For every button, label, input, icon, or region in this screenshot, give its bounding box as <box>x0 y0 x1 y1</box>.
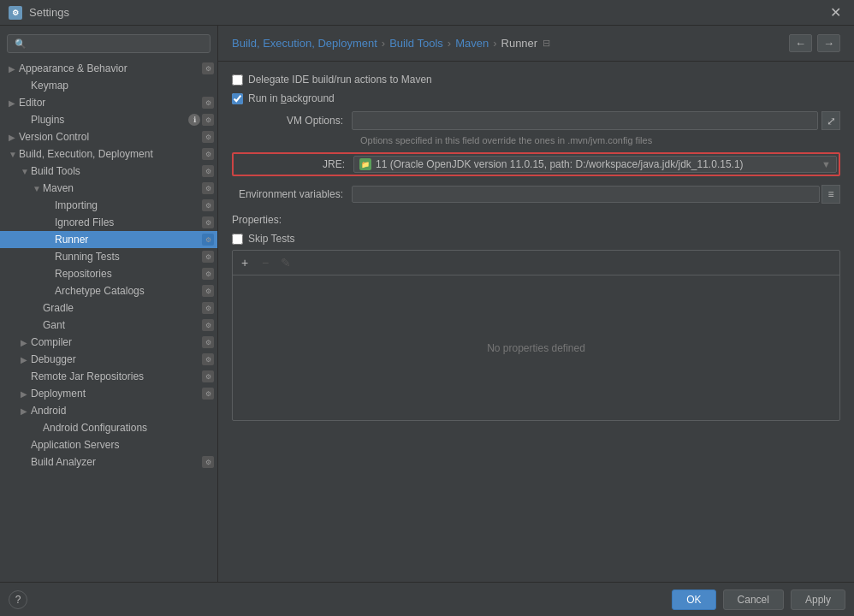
edit-property-button[interactable]: ✎ <box>277 254 294 271</box>
sidebar-label-importing: Importing <box>55 199 98 211</box>
app-icon: ⚙ <box>9 6 22 20</box>
properties-empty-label: No properties defined <box>233 275 839 420</box>
settings-icon-gradle: ⚙ <box>202 302 214 314</box>
env-edit-button[interactable]: ≡ <box>821 185 840 204</box>
sidebar-label-compiler: Compiler <box>31 336 72 348</box>
sidebar-item-repositories[interactable]: Repositories ⚙ <box>0 265 217 282</box>
background-label[interactable]: Run in background <box>248 92 335 104</box>
sidebar-label-app-servers: Application Servers <box>31 439 119 451</box>
sidebar-label-deployment: Deployment <box>31 388 86 400</box>
delegate-label[interactable]: Delegate IDE build/run actions to Maven <box>248 74 432 86</box>
env-label: Environment variables: <box>232 188 352 200</box>
delegate-checkbox[interactable] <box>232 74 243 86</box>
help-button[interactable]: ? <box>9 590 27 609</box>
vm-hint: Options specified in this field override… <box>360 135 840 145</box>
breadcrumb-part-3: Maven <box>455 37 489 50</box>
sidebar-item-build-tools[interactable]: ▼ Build Tools ⚙ <box>0 163 217 180</box>
vm-options-expand-button[interactable]: ⤢ <box>821 111 840 130</box>
remove-property-button[interactable]: − <box>257 254 274 271</box>
sidebar-item-android-configs[interactable]: Android Configurations <box>0 419 217 436</box>
sidebar-item-gant[interactable]: Gant ⚙ <box>0 317 217 334</box>
settings-content: Delegate IDE build/run actions to Maven … <box>218 62 854 582</box>
sidebar-label-appearance: Appearance & Behavior <box>19 62 128 74</box>
jre-folder-icon: 📁 <box>359 158 371 170</box>
cancel-button[interactable]: Cancel <box>723 589 784 610</box>
sidebar-item-maven[interactable]: ▼ Maven ⚙ <box>0 180 217 197</box>
sidebar-label-ignored-files: Ignored Files <box>55 216 114 228</box>
sidebar-label-debugger: Debugger <box>31 353 76 365</box>
sidebar-item-build-execution[interactable]: ▼ Build, Execution, Deployment ⚙ <box>0 145 217 163</box>
sidebar-item-runner[interactable]: Runner ⚙ <box>0 231 217 248</box>
sidebar-label-build-analyzer: Build Analyzer <box>31 456 96 468</box>
sidebar-item-version-control[interactable]: ▶ Version Control ⚙ <box>0 128 217 145</box>
sidebar-item-keymap[interactable]: Keymap <box>0 77 217 94</box>
settings-icon-compiler: ⚙ <box>202 336 214 348</box>
sidebar-item-appearance[interactable]: ▶ Appearance & Behavior ⚙ <box>0 60 217 77</box>
settings-icon-editor: ⚙ <box>202 97 214 109</box>
settings-icon-ba: ⚙ <box>202 456 214 468</box>
search-box[interactable]: 🔍 <box>7 34 211 53</box>
env-input[interactable] <box>358 188 814 200</box>
settings-icon-ignored: ⚙ <box>202 216 214 228</box>
bottom-actions: OK Cancel Apply <box>672 589 845 610</box>
sidebar-item-android[interactable]: ▶ Android <box>0 402 217 419</box>
skip-tests-checkbox[interactable] <box>232 234 243 245</box>
sidebar-item-compiler[interactable]: ▶ Compiler ⚙ <box>0 334 217 351</box>
add-property-button[interactable]: + <box>236 254 253 271</box>
sidebar-item-deployment[interactable]: ▶ Deployment ⚙ <box>0 385 217 402</box>
sidebar-label-plugins: Plugins <box>31 114 64 126</box>
nav-back-button[interactable]: ← <box>789 34 812 52</box>
breadcrumb-sep-2: › <box>448 37 451 50</box>
sidebar-item-gradle[interactable]: Gradle ⚙ <box>0 299 217 317</box>
apply-button[interactable]: Apply <box>791 589 845 610</box>
nav-forward-button[interactable]: → <box>817 34 840 52</box>
arrow-debugger: ▶ <box>21 355 31 364</box>
jre-value: 11 (Oracle OpenJDK version 11.0.15, path… <box>376 158 821 170</box>
sidebar: 🔍 ▶ Appearance & Behavior ⚙ Keymap ▶ Edi… <box>0 26 218 582</box>
skip-tests-label[interactable]: Skip Tests <box>248 233 294 245</box>
arrow-compiler: ▶ <box>21 338 31 347</box>
settings-icon-maven: ⚙ <box>202 182 214 194</box>
sidebar-item-archetype-catalogs[interactable]: Archetype Catalogs ⚙ <box>0 282 217 299</box>
sidebar-label-runner: Runner <box>55 234 88 246</box>
breadcrumb: Build, Execution, Deployment › Build Too… <box>218 26 854 62</box>
sidebar-item-editor[interactable]: ▶ Editor ⚙ <box>0 94 217 111</box>
settings-icon-repos: ⚙ <box>202 268 214 280</box>
background-checkbox[interactable] <box>232 93 243 104</box>
sidebar-item-app-servers[interactable]: Application Servers <box>0 436 217 453</box>
window-title: Settings <box>29 6 826 19</box>
breadcrumb-sep-3: › <box>493 37 496 50</box>
sidebar-item-remote-jar[interactable]: Remote Jar Repositories ⚙ <box>0 368 217 385</box>
arrow-android: ▶ <box>21 406 31 416</box>
sidebar-item-debugger[interactable]: ▶ Debugger ⚙ <box>0 351 217 368</box>
settings-icon-runner: ⚙ <box>202 234 214 246</box>
settings-icon-vc: ⚙ <box>202 131 214 143</box>
vm-options-input[interactable] <box>352 111 818 130</box>
search-input[interactable] <box>31 38 203 50</box>
vm-options-label: VM Options: <box>232 115 352 127</box>
bottom-bar: ? OK Cancel Apply <box>0 582 854 616</box>
sidebar-label-keymap: Keymap <box>31 80 68 92</box>
settings-icon-importing: ⚙ <box>202 199 214 211</box>
sidebar-item-ignored-files[interactable]: Ignored Files ⚙ <box>0 214 217 231</box>
sidebar-label-repositories: Repositories <box>55 268 112 280</box>
sidebar-label-build-tools: Build Tools <box>31 165 80 177</box>
settings-icon-rjar: ⚙ <box>202 370 214 382</box>
sidebar-item-build-analyzer[interactable]: Build Analyzer ⚙ <box>0 453 217 471</box>
sidebar-label-archetype: Archetype Catalogs <box>55 285 145 297</box>
jre-select-wrapper[interactable]: 📁 11 (Oracle OpenJDK version 11.0.15, pa… <box>353 156 837 173</box>
close-button[interactable]: ✕ <box>826 4 845 21</box>
ok-button[interactable]: OK <box>672 589 715 610</box>
settings-icon-be: ⚙ <box>202 148 214 160</box>
breadcrumb-nav: ← → <box>789 34 840 52</box>
settings-icon-bt: ⚙ <box>202 165 214 177</box>
sidebar-item-importing[interactable]: Importing ⚙ <box>0 197 217 214</box>
breadcrumb-part-1: Build, Execution, Deployment <box>232 37 377 50</box>
sidebar-item-running-tests[interactable]: Running Tests ⚙ <box>0 248 217 265</box>
sidebar-label-build-execution: Build, Execution, Deployment <box>19 148 153 160</box>
sidebar-item-plugins[interactable]: Plugins ℹ ⚙ <box>0 111 217 128</box>
settings-icon-arch: ⚙ <box>202 285 214 297</box>
sidebar-label-running-tests: Running Tests <box>55 251 120 263</box>
sidebar-label-remote-jar: Remote Jar Repositories <box>31 370 144 382</box>
settings-icon-gant: ⚙ <box>202 319 214 331</box>
